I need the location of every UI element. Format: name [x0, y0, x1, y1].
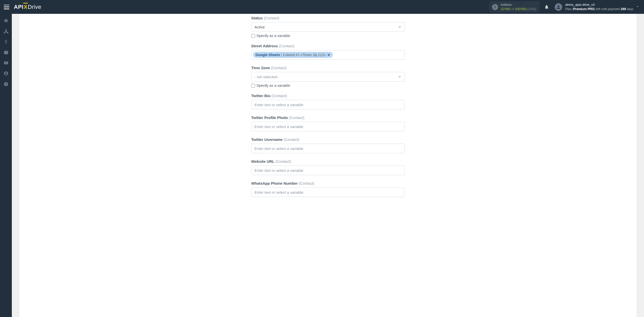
form-card: Status (Contact)ActiveSpecify as a varia…: [19, 14, 636, 317]
field-label: Website URL (Contact): [251, 159, 405, 164]
user-menu[interactable]: demo_apix-drive_s3 Plan |Premium PRO| le…: [555, 3, 640, 12]
specify-variable-row[interactable]: Specify as a variable: [251, 84, 405, 88]
sidebar: [0, 14, 12, 317]
field-label-sub: (Contact): [298, 181, 314, 185]
svg-rect-3: [6, 32, 6, 33]
select-input[interactable]: - not selected -: [251, 72, 405, 82]
actions-count: 22'093: [501, 7, 510, 11]
field-label-sub: (Contact): [263, 16, 279, 20]
field-label: WhatsApp Phone Number (Contact): [251, 181, 405, 185]
field-label-sub: (Contact): [270, 94, 287, 98]
text-input-wrap: [251, 100, 405, 109]
text-input-wrap: [251, 187, 405, 197]
field-label-sub: (Contact): [288, 115, 304, 120]
field-label-main: Website URL: [251, 159, 274, 164]
chevron-down-icon: [398, 25, 401, 29]
field-group: Twitter Username (Contact): [251, 137, 405, 153]
field-label-main: Status: [251, 16, 263, 20]
actions-pct: (22%): [527, 7, 536, 11]
actions-total: 100'000: [515, 7, 527, 11]
actions-text: Actions: 22'093 of 100'000 (22%): [501, 3, 536, 11]
actions-label: Actions:: [501, 3, 536, 7]
user-info: demo_apix-drive_s3 Plan |Premium PRO| le…: [565, 3, 633, 12]
specify-variable-label: Specify as a variable: [257, 34, 290, 38]
logo[interactable]: APIXDrive: [14, 4, 41, 10]
field-group: Street Address (Contact)Google Sheets | …: [251, 44, 405, 60]
text-input[interactable]: [255, 146, 401, 151]
field-label: Twitter Profile Photo (Contact): [251, 115, 405, 120]
sidebar-item-briefcase[interactable]: [0, 47, 12, 58]
specify-variable-row[interactable]: Specify as a variable: [251, 34, 405, 38]
select-value: - not selected -: [255, 75, 398, 79]
main-content: Status (Contact)ActiveSpecify as a varia…: [12, 14, 644, 317]
avatar-icon: [555, 3, 562, 11]
specify-variable-checkbox[interactable]: [251, 84, 255, 88]
text-input[interactable]: [255, 168, 401, 173]
bell-icon[interactable]: [544, 5, 549, 10]
field-label-main: Twitter Profile Photo: [251, 115, 288, 120]
menu-toggle[interactable]: [4, 5, 9, 9]
field-label-main: WhatsApp Phone Number: [251, 181, 298, 185]
user-plan: Plan |Premium PRO| left until payment 28…: [565, 7, 633, 12]
field-label-sub: (Contact): [283, 137, 299, 142]
field-label-main: Twitter Username: [251, 137, 283, 142]
sidebar-item-connections[interactable]: [0, 26, 12, 36]
text-input-wrap: [251, 122, 405, 131]
tag-column: Column H:: [283, 53, 300, 57]
sidebar-item-help[interactable]: [0, 79, 12, 89]
field-group: WhatsApp Phone Number (Contact): [251, 181, 405, 197]
specify-variable-label: Specify as a variable: [257, 84, 290, 88]
tag-input[interactable]: Google Sheets | Column H: «Times Sq 112»…: [251, 50, 405, 60]
field-label-sub: (Contact): [278, 44, 295, 48]
username: demo_apix-drive_s3: [565, 3, 633, 7]
tag-value: «Times Sq 112»: [300, 53, 326, 57]
header: APIXDrive i Actions: 22'093 of 100'000 (…: [0, 0, 644, 14]
field-label-main: Street Address: [251, 44, 278, 48]
field-label-sub: (Contact): [274, 159, 291, 164]
field-label: Status (Contact): [251, 16, 405, 20]
field-label-sub: (Contact): [270, 66, 287, 70]
actions-of: of: [511, 7, 514, 11]
field-label: Street Address (Contact): [251, 44, 405, 48]
field-group: Status (Contact)ActiveSpecify as a varia…: [251, 16, 405, 38]
select-input[interactable]: Active: [251, 22, 405, 32]
sidebar-item-billing[interactable]: [0, 36, 12, 47]
field-label: Twitter Username (Contact): [251, 137, 405, 142]
logo-api: API: [14, 4, 23, 10]
select-value: Active: [255, 25, 398, 29]
sidebar-item-account[interactable]: [0, 68, 12, 79]
specify-variable-checkbox[interactable]: [251, 34, 255, 38]
text-input-wrap: [251, 144, 405, 153]
tag-source: Google Sheets: [256, 53, 280, 57]
sidebar-item-home[interactable]: [0, 15, 12, 26]
field-group: Website URL (Contact): [251, 159, 405, 175]
field-label-main: Time Zone: [251, 66, 270, 70]
variable-tag: Google Sheets | Column H: «Times Sq 112»…: [253, 52, 333, 58]
field-group: Twitter Bio (Contact): [251, 94, 405, 109]
text-input[interactable]: [255, 190, 401, 194]
tag-separator: |: [281, 53, 282, 57]
field-group: Twitter Profile Photo (Contact): [251, 115, 405, 131]
field-group: Time Zone (Contact)- not selected -Speci…: [251, 66, 405, 88]
tag-remove-icon[interactable]: ✕: [327, 53, 330, 57]
logo-drive: Drive: [28, 4, 41, 10]
text-input[interactable]: [255, 103, 401, 107]
actions-counter[interactable]: i Actions: 22'093 of 100'000 (22%): [490, 1, 540, 13]
svg-rect-0: [6, 29, 6, 30]
field-label: Twitter Bio (Contact): [251, 94, 405, 98]
text-input-wrap: [251, 166, 405, 175]
sidebar-item-video[interactable]: [0, 58, 12, 68]
logo-x: X: [24, 4, 27, 10]
field-label: Time Zone (Contact): [251, 66, 405, 70]
chevron-down-icon: [398, 75, 401, 78]
chevron-down-icon: [636, 5, 639, 9]
info-icon: i: [492, 4, 498, 10]
field-label-main: Twitter Bio: [251, 94, 270, 98]
text-input[interactable]: [255, 125, 401, 129]
